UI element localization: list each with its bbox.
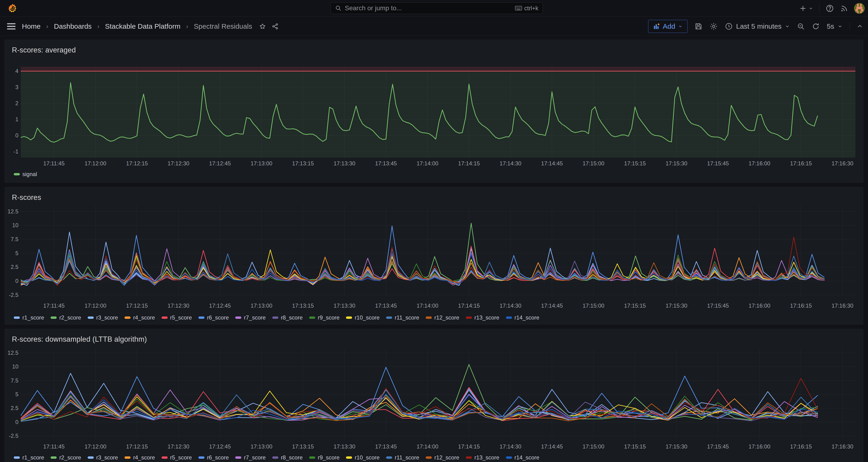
y-tick-label: 5 <box>5 250 19 257</box>
breadcrumb-folder[interactable]: Stackable Data Platform <box>105 22 180 30</box>
breadcrumb-home[interactable]: Home <box>22 22 40 30</box>
y-tick-label: 10 <box>5 222 19 229</box>
legend-item-r13_score[interactable]: r13_score <box>466 454 499 461</box>
legend-item-r3_score[interactable]: r3_score <box>88 454 118 461</box>
time-range-picker[interactable]: Last 5 minutes <box>725 22 790 30</box>
legend-label: r4_score <box>133 314 155 321</box>
legend-item-r2_score[interactable]: r2_score <box>51 454 81 461</box>
legend-label: r3_score <box>96 454 118 461</box>
legend-item-r12_score[interactable]: r12_score <box>426 314 459 321</box>
legend-label: r13_score <box>474 314 499 321</box>
legend-item-r3_score[interactable]: r3_score <box>88 314 118 321</box>
favorite-star-icon[interactable] <box>259 23 266 30</box>
new-plus-icon[interactable] <box>799 5 813 12</box>
panel-title: R-scores: downsampled (LTTB algorithm) <box>12 335 147 343</box>
legend-swatch <box>272 316 278 319</box>
refresh-interval-picker[interactable]: 5s <box>827 22 843 30</box>
legend-item-r8_score[interactable]: r8_score <box>272 454 303 461</box>
y-tick-label: 7.5 <box>5 377 19 384</box>
y-tick-label: 2.5 <box>5 405 19 412</box>
legend-item-r6_score[interactable]: r6_score <box>198 314 229 321</box>
zoom-out-icon[interactable] <box>797 22 805 30</box>
time-series-plot[interactable] <box>21 67 856 158</box>
legend-label: r14_score <box>515 454 539 461</box>
add-button-label: Add <box>663 22 675 30</box>
menu-hamburger-icon[interactable] <box>7 22 16 30</box>
panel-r-scores-downsampled[interactable]: R-scores: downsampled (LTTB algorithm) 1… <box>5 329 863 462</box>
legend-item-r10_score[interactable]: r10_score <box>346 454 379 461</box>
legend-item-r6_score[interactable]: r6_score <box>198 454 229 461</box>
legend-label: r2_score <box>59 314 81 321</box>
legend-item-r4_score[interactable]: r4_score <box>124 314 155 321</box>
legend-item-r5_score[interactable]: r5_score <box>161 314 192 321</box>
breadcrumb-chevron-icon: › <box>186 23 188 30</box>
legend-item-r7_score[interactable]: r7_score <box>235 314 266 321</box>
legend-item-r11_score[interactable]: r11_score <box>386 454 419 461</box>
search-icon <box>335 5 342 11</box>
add-panel-button[interactable]: Add <box>648 20 687 33</box>
x-tick-label: 17:11:45 <box>36 443 71 450</box>
refresh-icon[interactable] <box>812 22 820 30</box>
legend-swatch <box>346 456 352 459</box>
y-tick-label: 12.5 <box>5 208 19 215</box>
x-tick-label: 17:16:15 <box>783 303 818 309</box>
chevron-down-icon <box>837 24 843 29</box>
news-rss-icon[interactable] <box>840 4 848 12</box>
legend-label: r8_score <box>281 314 303 321</box>
legend-swatch <box>161 316 167 319</box>
legend-item-r11_score[interactable]: r11_score <box>386 314 419 321</box>
collapse-chevron-up-icon[interactable] <box>857 23 863 29</box>
x-tick-label: 17:14:00 <box>410 443 445 450</box>
legend-label: r7_score <box>244 314 266 321</box>
y-tick-label: 0 <box>5 419 19 426</box>
breadcrumb-dashboards[interactable]: Dashboards <box>54 22 92 30</box>
share-icon[interactable] <box>272 23 279 30</box>
legend-label: r12_score <box>434 454 459 461</box>
time-series-plot[interactable] <box>21 206 856 297</box>
search-placeholder: Search or jump to... <box>345 4 515 12</box>
save-dashboard-icon[interactable] <box>694 22 703 30</box>
legend-label: r7_score <box>244 454 266 461</box>
legend-label: r12_score <box>434 314 459 321</box>
panel-r-scores-averaged[interactable]: R-scores: averaged 43210-1 17:11:4517:12… <box>5 40 863 183</box>
clock-icon <box>725 22 733 30</box>
legend-swatch <box>506 316 512 319</box>
legend-item-r12_score[interactable]: r12_score <box>426 454 459 461</box>
legend-label: r11_score <box>395 314 419 321</box>
legend-item-r13_score[interactable]: r13_score <box>466 314 499 321</box>
legend-item-r8_score[interactable]: r8_score <box>272 314 303 321</box>
legend-item-r9_score[interactable]: r9_score <box>309 454 339 461</box>
legend-swatch <box>124 456 130 459</box>
legend-item-r14_score[interactable]: r14_score <box>506 454 539 461</box>
legend-item-signal[interactable]: signal <box>14 171 37 178</box>
legend-item-r4_score[interactable]: r4_score <box>124 454 155 461</box>
legend-swatch <box>272 456 278 459</box>
time-series-plot[interactable] <box>21 348 856 438</box>
x-tick-label: 17:13:15 <box>285 443 320 450</box>
y-tick-label: 5 <box>5 391 19 398</box>
legend-swatch <box>161 456 167 459</box>
search-input[interactable]: Search or jump to... ctrl+k <box>331 2 543 14</box>
legend-item-r1_score[interactable]: r1_score <box>14 454 44 461</box>
x-tick-label: 17:15:45 <box>701 443 735 450</box>
legend-item-r9_score[interactable]: r9_score <box>309 314 339 321</box>
legend-item-r14_score[interactable]: r14_score <box>506 314 539 321</box>
legend-label: r5_score <box>170 314 192 321</box>
help-icon[interactable] <box>826 4 834 12</box>
legend-item-r10_score[interactable]: r10_score <box>346 314 379 321</box>
grafana-logo[interactable] <box>7 3 18 14</box>
legend-item-r7_score[interactable]: r7_score <box>235 454 266 461</box>
legend-item-r1_score[interactable]: r1_score <box>14 314 44 321</box>
x-tick-label: 17:16:00 <box>742 160 777 167</box>
dashboard-settings-gear-icon[interactable] <box>709 22 718 31</box>
legend-swatch <box>426 316 432 319</box>
legend-item-r2_score[interactable]: r2_score <box>51 314 81 321</box>
x-tick-label: 17:13:15 <box>285 160 320 167</box>
panel-r-scores[interactable]: R-scores 12.5107.552.50-2.5 17:11:4517:1… <box>5 187 863 325</box>
x-tick-label: 17:14:45 <box>534 443 569 450</box>
legend-swatch <box>466 316 472 319</box>
legend-label: signal <box>22 171 37 178</box>
legend-item-r5_score[interactable]: r5_score <box>161 454 192 461</box>
x-tick-label: 17:15:15 <box>617 160 652 167</box>
user-avatar[interactable] <box>854 3 865 14</box>
